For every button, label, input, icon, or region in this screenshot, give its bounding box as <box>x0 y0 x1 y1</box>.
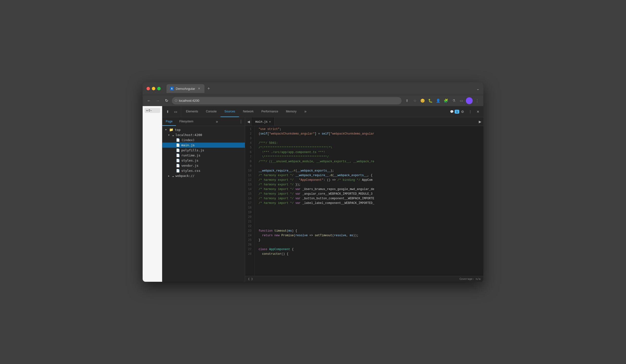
title-bar: A DemoAngular ✕ + ⌄ <box>143 82 483 95</box>
tree-item-styles-js[interactable]: 📄 styles.js <box>162 158 245 163</box>
new-tab-button[interactable]: + <box>205 85 212 92</box>
editor-tab-main-js[interactable]: main.js ✕ <box>252 117 274 126</box>
address-text: localhost:4200 <box>179 99 199 103</box>
chevron-down-icon[interactable]: ⌄ <box>476 86 479 91</box>
zoom-controls: + 0 - <box>145 108 160 113</box>
devtools-tabs: Elements Console Sources Network Perform… <box>181 106 449 117</box>
file-tree: ▼ 📁 top ▼ ☁ localhost:4200 <box>162 126 245 282</box>
tab-console[interactable]: Console <box>202 106 221 117</box>
devtools-icons: ⬆ ▭ <box>162 106 181 117</box>
close-devtools-button[interactable]: ✕ <box>475 108 481 115</box>
address-bar[interactable]: ⓘ localhost:4200 <box>172 97 402 104</box>
browser-tab[interactable]: A DemoAngular ✕ <box>166 84 204 93</box>
css-file-icon: 📄 <box>176 169 180 173</box>
tab-close-button[interactable]: ✕ <box>197 87 201 91</box>
tab-sources[interactable]: Sources <box>221 106 239 117</box>
tree-label: localhost:4200 <box>175 133 202 137</box>
tree-label: main.js <box>181 143 195 147</box>
tree-label: runtime.js <box>181 153 200 157</box>
format-button[interactable]: { } <box>248 277 253 281</box>
tree-item-main-js[interactable]: 📄 main.js <box>162 143 245 148</box>
devtools-icon[interactable]: 🐛 <box>427 97 434 104</box>
tree-item-top[interactable]: ▼ 📁 top <box>162 127 245 132</box>
close-button[interactable] <box>147 87 150 90</box>
cloud-icon: ☁ <box>172 133 174 137</box>
editor-tab-close-button[interactable]: ✕ <box>269 120 271 123</box>
tab-elements[interactable]: Elements <box>182 106 202 117</box>
tab-network[interactable]: Network <box>239 106 258 117</box>
zoom-in-button[interactable]: + <box>146 109 148 112</box>
devtools-panel: ⬆ ▭ Elements Console Sources Network <box>162 106 483 282</box>
flask-icon[interactable]: ⚗ <box>450 97 457 104</box>
zoom-out-button[interactable]: - <box>151 109 152 112</box>
main-content: + 0 - ⬆ ▭ Elements Console <box>143 106 483 282</box>
tree-label: polyfills.js <box>181 148 204 152</box>
window-icon[interactable]: ▭ <box>458 97 465 104</box>
collapse-sidebar-button[interactable]: ◀ <box>245 118 252 125</box>
tree-label: (index) <box>181 138 195 142</box>
zoom-value: 0 <box>149 109 150 112</box>
share-icon[interactable]: ⬆ <box>403 97 410 104</box>
arrow-icon: ▼ <box>168 134 171 136</box>
nav-bar: ← → ↻ ⓘ localhost:4200 ⬆ ☆ 😊 🐛 👤 🧩 ⚗ ▭ ⋮ <box>143 95 483 106</box>
minimize-button[interactable] <box>152 87 155 90</box>
tab-more[interactable]: » <box>300 106 310 117</box>
tree-item-vendor[interactable]: 📄 vendor.js <box>162 163 245 168</box>
tree-item-webpack[interactable]: ▶ ☁ webpack:// <box>162 173 245 178</box>
status-bar: { } Coverage: n/a <box>245 276 483 282</box>
reload-button[interactable]: ↻ <box>163 97 170 104</box>
file-tree-panel: Page Filesystem » ⋮ ▼ 📁 top <box>162 117 245 282</box>
coverage-text: Coverage: n/a <box>460 277 480 281</box>
tab-filesystem[interactable]: Filesystem <box>176 117 197 126</box>
nav-icons-right: ⬆ ☆ 😊 🐛 👤 🧩 ⚗ ▭ ⋮ <box>403 97 480 104</box>
tree-item-localhost[interactable]: ▼ ☁ localhost:4200 <box>162 132 245 138</box>
console-badge-button[interactable]: 💬 1 <box>451 108 458 115</box>
tree-label: top <box>175 128 180 132</box>
line-numbers: 1234567891011121314151617181920212223242… <box>245 126 255 276</box>
tree-label: styles.js <box>181 159 198 162</box>
menu-icon[interactable]: ⋮ <box>474 97 480 104</box>
file-tree-menu-icon[interactable]: ⋮ <box>237 117 245 126</box>
code-editor-panel: ◀ main.js ✕ ▶ 12345678910111213141516171… <box>245 117 483 282</box>
editor-tab-label: main.js <box>255 120 268 123</box>
js-file-icon: 📄 <box>176 159 180 162</box>
bookmark-icon[interactable]: ☆ <box>411 97 418 104</box>
tree-label: webpack:// <box>175 174 195 178</box>
tree-label: styles.css <box>181 169 200 173</box>
file-tree-tabs: Page Filesystem » ⋮ <box>162 117 245 126</box>
device-toolbar-icon[interactable]: ▭ <box>172 108 179 115</box>
tree-item-index[interactable]: 📄 (index) <box>162 138 245 143</box>
inspector-icon[interactable]: ⬆ <box>164 108 171 115</box>
tree-item-polyfills[interactable]: 📄 polyfills.js <box>162 148 245 153</box>
tree-item-styles-css[interactable]: 📄 styles.css <box>162 168 245 173</box>
forward-button[interactable]: → <box>154 97 161 104</box>
more-tabs-icon[interactable]: » <box>214 117 220 126</box>
settings-button[interactable]: ⚙ <box>459 108 466 115</box>
tab-label: DemoAngular <box>176 87 195 91</box>
code-content[interactable]: "use strict"; (self["webpackChunkdemo_an… <box>255 126 483 276</box>
avatar[interactable] <box>466 97 473 104</box>
devtools-toolbar: ⬆ ▭ Elements Console Sources Network <box>162 106 483 117</box>
tree-item-runtime[interactable]: 📄 runtime.js <box>162 153 245 158</box>
tree-label: vendor.js <box>181 164 198 167</box>
js-file-icon: 📄 <box>176 143 180 147</box>
devtools-actions: 💬 1 ⚙ ⋮ ✕ <box>449 108 483 115</box>
back-button[interactable]: ← <box>146 97 152 104</box>
tab-favicon: A <box>170 87 174 91</box>
puzzle-icon[interactable]: 🧩 <box>442 97 449 104</box>
maximize-button[interactable] <box>157 87 161 90</box>
arrow-icon: ▶ <box>168 175 171 177</box>
js-file-icon: 📄 <box>176 153 180 157</box>
tab-performance[interactable]: Performance <box>258 106 282 117</box>
folder-icon: 📁 <box>169 128 173 132</box>
account-icon[interactable]: 👤 <box>435 97 441 104</box>
traffic-lights <box>147 87 161 90</box>
tab-memory[interactable]: Memory <box>282 106 300 117</box>
more-options-button[interactable]: ⋮ <box>467 108 474 115</box>
expand-editor-button[interactable]: ▶ <box>476 118 483 125</box>
browser-content: + 0 - <box>143 106 162 282</box>
tab-page[interactable]: Page <box>162 117 176 126</box>
tab-bar: A DemoAngular ✕ + <box>166 84 473 93</box>
code-area[interactable]: 1234567891011121314151617181920212223242… <box>245 126 483 276</box>
extensions-icon[interactable]: 😊 <box>419 97 426 104</box>
